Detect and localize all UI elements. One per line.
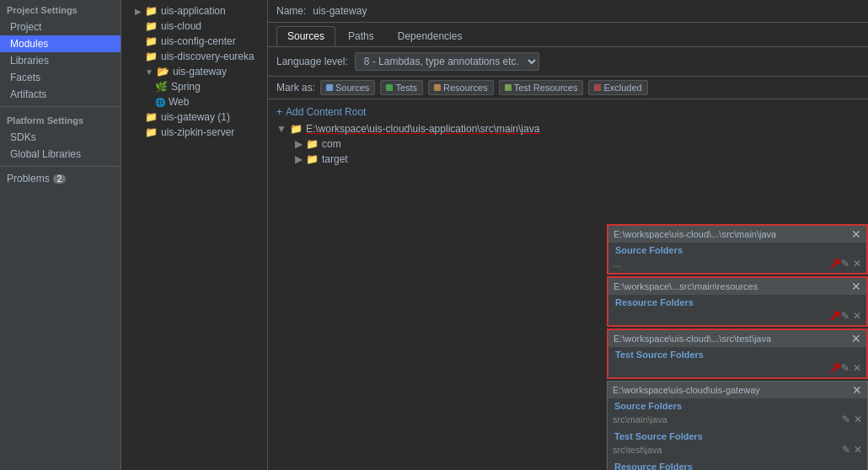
arrow-icon: ▶ (135, 7, 142, 16)
content-tree-path[interactable]: ▼ 📁 E:\workspace\uis-cloud\uis-applicati… (268, 121, 868, 136)
content-path: E:\workspace\uis-cloud\uis-application\s… (306, 123, 539, 135)
web-icon: 🌐 (155, 98, 165, 107)
popup-header-1: E:\workspace\uis-cloud\...\src\main\java… (608, 226, 866, 243)
tree-item-uis-config-center[interactable]: 📁 uis-config-center (121, 34, 267, 49)
popup-del-icon-lower-1[interactable]: ✕ (854, 414, 862, 425)
popup-del-icon-lower-2[interactable]: ✕ (854, 444, 862, 456)
sidebar-item-libraries[interactable]: Libraries (0, 52, 121, 69)
content-tree-target[interactable]: ▶ 📁 target (268, 152, 868, 167)
folder-open-icon: 📂 (157, 66, 169, 77)
popup-panel-2: E:\workspace\...src\main\resources ✕ Res… (607, 276, 868, 327)
popup-path-1: E:\workspace\uis-cloud\...\src\main\java (613, 229, 776, 239)
popup-panel-1: E:\workspace\uis-cloud\...\src\main\java… (607, 224, 868, 275)
mark-resources-button[interactable]: Resources (428, 80, 494, 95)
mark-sources-button[interactable]: Sources (320, 80, 375, 95)
name-bar: Name: (268, 0, 868, 23)
tree-item-uis-cloud[interactable]: 📁 uis-cloud (121, 19, 267, 34)
popup-header-3: E:\workspace\uis-cloud\...\src\test\java… (608, 330, 866, 347)
folder-icon: 📁 (306, 138, 319, 150)
lang-select[interactable]: 8 - Lambdas, type annotations etc. (355, 52, 539, 71)
popup-section-label-lower-3: Resource Folders (608, 459, 867, 470)
mark-test-resources-button[interactable]: Test Resources (499, 80, 584, 95)
popup-header-2: E:\workspace\...src\main\resources ✕ (608, 278, 866, 295)
mark-bar: Mark as: Sources Tests Resources Test Re… (268, 77, 868, 99)
folder-icon: 📁 (145, 20, 158, 32)
folder-icon: 📁 (145, 111, 158, 123)
folder-icon: 📁 (145, 5, 158, 17)
popup-close-1[interactable]: ✕ (851, 228, 861, 240)
platform-settings-title: Platform Settings (0, 110, 121, 129)
main-layout: Project Settings Project Modules Librari… (0, 0, 868, 470)
sidebar-item-project[interactable]: Project (0, 19, 121, 35)
tree-item-uis-discovery-eureka[interactable]: 📁 uis-discovery-eureka (121, 49, 267, 64)
tabs-bar: Sources Paths Dependencies (268, 23, 868, 47)
popup-edit-icon-1[interactable]: ✎ (841, 258, 849, 270)
spring-icon: 🌿 (155, 81, 168, 93)
name-label: Name: (276, 5, 306, 17)
content-tree-com[interactable]: ▶ 📁 com (268, 136, 868, 152)
sidebar: Project Settings Project Modules Librari… (0, 0, 121, 470)
popup-edit-icon-2[interactable]: ✎ (841, 310, 849, 322)
popup-bottom-row-lower-1: src\main\java ✎ ✕ (608, 412, 867, 429)
red-arrow-1: ↗ (828, 254, 841, 273)
tab-paths[interactable]: Paths (337, 26, 385, 46)
tab-dependencies[interactable]: Dependencies (387, 26, 474, 46)
arrow-icon: ▼ (276, 123, 287, 135)
popup-header-lower: E:\workspace\uis-cloud\uis-gateway ✕ (608, 382, 867, 398)
tree-item-spring[interactable]: 🌿 Spring (121, 79, 267, 94)
popup-del-icon-3[interactable]: ✕ (853, 362, 861, 374)
popup-close-2[interactable]: ✕ (851, 280, 861, 292)
popup-close-lower[interactable]: ✕ (852, 384, 862, 396)
mark-excluded-button[interactable]: Excluded (588, 80, 647, 95)
arrow-icon: ▼ (145, 67, 153, 77)
red-arrow-2: ↗ (828, 307, 841, 325)
tree-item-uis-zipkin-server[interactable]: 📁 uis-zipkin-server (121, 125, 267, 140)
folder-icon: 📁 (290, 123, 303, 135)
popup-close-3[interactable]: ✕ (851, 333, 861, 344)
folder-icon: 📁 (306, 153, 319, 165)
popup-del-icon-2[interactable]: ✕ (853, 310, 861, 322)
sidebar-item-modules[interactable]: Modules (0, 35, 121, 52)
sidebar-item-artifacts[interactable]: Artifacts (0, 86, 121, 103)
sidebar-item-problems[interactable]: Problems 2 (0, 170, 121, 187)
popup-edit-icon-3[interactable]: ✎ (841, 362, 849, 374)
tab-sources[interactable]: Sources (276, 26, 335, 46)
project-settings-title: Project Settings (0, 0, 121, 19)
add-content-root-button[interactable]: + Add Content Root (268, 103, 868, 121)
arrow-icon: ▶ (295, 138, 303, 150)
folder-icon: 📁 (145, 35, 158, 47)
popup-section-label-lower-2: Test Source Folders (608, 429, 867, 442)
arrow-icon: ▶ (295, 153, 303, 165)
popup-panel-lower: E:\workspace\uis-cloud\uis-gateway ✕ Sou… (607, 381, 868, 470)
sidebar-divider (0, 106, 121, 107)
sidebar-divider2 (0, 166, 121, 167)
popup-path-lower-2: src\test\java (613, 445, 662, 455)
tree-item-web[interactable]: 🌐 Web (121, 94, 267, 109)
excluded-color-dot (594, 84, 601, 91)
popup-del-icon-1[interactable]: ✕ (853, 258, 861, 270)
popup-path-2: E:\workspace\...src\main\resources (613, 281, 758, 291)
tree-item-uis-application[interactable]: ▶ 📁 uis-application (121, 3, 267, 19)
sidebar-item-sdks[interactable]: SDKs (0, 129, 121, 146)
name-input[interactable] (313, 5, 860, 17)
plus-icon: + (276, 106, 282, 118)
popup-container: E:\workspace\uis-cloud\...\src\main\java… (607, 224, 868, 470)
popup-path-lower-1: src\main\java (613, 414, 667, 425)
sidebar-item-facets[interactable]: Facets (0, 69, 121, 86)
tree-item-uis-gateway[interactable]: ▼ 📂 uis-gateway (121, 64, 267, 79)
popup-dotdot-1: ... (613, 259, 621, 269)
mark-tests-button[interactable]: Tests (380, 80, 423, 95)
folder-icon: 📁 (145, 126, 158, 138)
popup-panel-3: E:\workspace\uis-cloud\...\src\test\java… (607, 328, 868, 379)
resources-color-dot (434, 84, 441, 91)
add-content-root-label: Add Content Root (286, 106, 366, 118)
tree-panel: ▶ 📁 uis-application 📁 uis-cloud 📁 uis-co… (121, 0, 268, 470)
red-arrow-3: ↗ (828, 359, 841, 377)
sidebar-item-global-libraries[interactable]: Global Libraries (0, 146, 121, 163)
test-resources-color-dot (505, 84, 512, 91)
popup-section-label-lower-1: Source Folders (608, 398, 867, 412)
popup-edit-icon-lower-2[interactable]: ✎ (842, 444, 850, 456)
tree-item-uis-gateway-1[interactable]: 📁 uis-gateway (1) (121, 109, 267, 125)
popup-edit-icon-lower-1[interactable]: ✎ (842, 414, 850, 425)
content-area: + Add Content Root ▼ 📁 E:\workspace\uis-… (268, 99, 868, 470)
